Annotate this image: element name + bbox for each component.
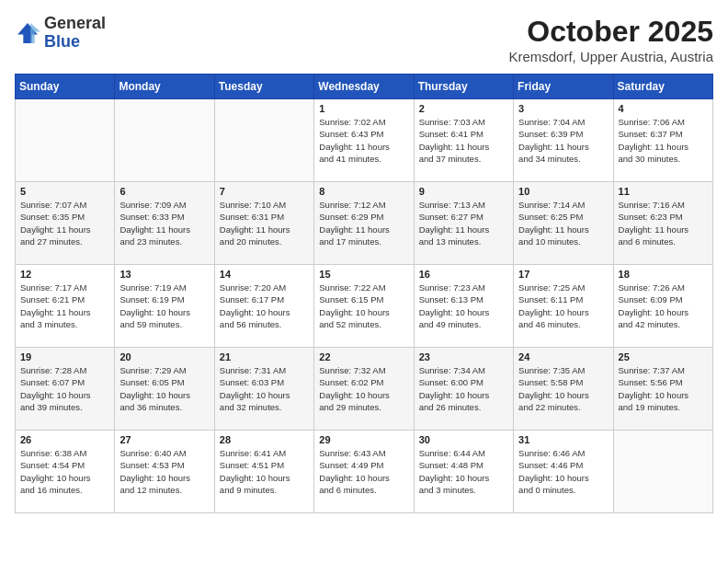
day-number: 17 xyxy=(518,269,608,280)
day-number: 8 xyxy=(319,186,408,197)
day-info: Sunrise: 7:34 AM Sunset: 6:00 PM Dayligh… xyxy=(419,364,508,413)
day-info: Sunrise: 7:35 AM Sunset: 5:58 PM Dayligh… xyxy=(518,364,608,413)
day-info: Sunrise: 7:13 AM Sunset: 6:27 PM Dayligh… xyxy=(419,199,508,247)
table-row: 8Sunrise: 7:12 AM Sunset: 6:29 PM Daylig… xyxy=(314,182,414,265)
table-row: 10Sunrise: 7:14 AM Sunset: 6:25 PM Dayli… xyxy=(514,182,613,265)
logo: General Blue xyxy=(15,15,106,52)
table-row: 19Sunrise: 7:28 AM Sunset: 6:07 PM Dayli… xyxy=(16,348,115,431)
day-number: 4 xyxy=(619,103,708,114)
table-row: 13Sunrise: 7:19 AM Sunset: 6:19 PM Dayli… xyxy=(115,265,214,348)
day-info: Sunrise: 7:32 AM Sunset: 6:02 PM Dayligh… xyxy=(319,364,408,413)
table-row: 16Sunrise: 7:23 AM Sunset: 6:13 PM Dayli… xyxy=(414,265,513,348)
table-row: 29Sunrise: 6:43 AM Sunset: 4:49 PM Dayli… xyxy=(314,431,414,513)
day-info: Sunrise: 7:14 AM Sunset: 6:25 PM Dayligh… xyxy=(518,199,608,247)
day-info: Sunrise: 7:31 AM Sunset: 6:03 PM Dayligh… xyxy=(220,364,309,413)
col-wednesday: Wednesday xyxy=(314,75,414,99)
col-sunday: Sunday xyxy=(16,75,115,99)
col-friday: Friday xyxy=(514,75,613,99)
table-row: 14Sunrise: 7:20 AM Sunset: 6:17 PM Dayli… xyxy=(214,265,313,348)
table-row xyxy=(115,99,214,182)
day-info: Sunrise: 7:25 AM Sunset: 6:11 PM Dayligh… xyxy=(518,282,608,330)
day-number: 24 xyxy=(518,351,608,362)
calendar-table: Sunday Monday Tuesday Wednesday Thursday… xyxy=(15,74,713,513)
day-info: Sunrise: 7:37 AM Sunset: 5:56 PM Dayligh… xyxy=(619,364,708,413)
day-info: Sunrise: 6:44 AM Sunset: 4:48 PM Dayligh… xyxy=(419,447,508,496)
day-info: Sunrise: 6:38 AM Sunset: 4:54 PM Dayligh… xyxy=(20,447,109,496)
day-info: Sunrise: 7:07 AM Sunset: 6:35 PM Dayligh… xyxy=(20,199,109,247)
calendar-week-1: 1Sunrise: 7:02 AM Sunset: 6:43 PM Daylig… xyxy=(16,99,713,182)
title-area: October 2025 Kremsdorf, Upper Austria, A… xyxy=(508,15,713,64)
col-tuesday: Tuesday xyxy=(214,75,313,99)
logo-general-text: General xyxy=(44,14,106,32)
day-info: Sunrise: 7:26 AM Sunset: 6:09 PM Dayligh… xyxy=(619,282,708,330)
table-row: 7Sunrise: 7:10 AM Sunset: 6:31 PM Daylig… xyxy=(214,182,313,265)
table-row: 2Sunrise: 7:03 AM Sunset: 6:41 PM Daylig… xyxy=(414,99,513,182)
table-row: 25Sunrise: 7:37 AM Sunset: 5:56 PM Dayli… xyxy=(613,348,712,431)
table-row: 26Sunrise: 6:38 AM Sunset: 4:54 PM Dayli… xyxy=(16,431,115,513)
day-number: 10 xyxy=(518,186,608,197)
day-number: 28 xyxy=(220,434,309,445)
table-row: 30Sunrise: 6:44 AM Sunset: 4:48 PM Dayli… xyxy=(414,431,513,513)
table-row xyxy=(16,99,115,182)
day-number: 26 xyxy=(20,434,109,445)
day-info: Sunrise: 6:40 AM Sunset: 4:53 PM Dayligh… xyxy=(119,447,209,496)
table-row: 6Sunrise: 7:09 AM Sunset: 6:33 PM Daylig… xyxy=(115,182,214,265)
month-title: October 2025 xyxy=(508,15,713,49)
day-info: Sunrise: 6:46 AM Sunset: 4:46 PM Dayligh… xyxy=(518,447,608,496)
day-info: Sunrise: 7:22 AM Sunset: 6:15 PM Dayligh… xyxy=(319,282,408,330)
logo-icon xyxy=(15,20,40,46)
day-number: 7 xyxy=(220,186,309,197)
day-info: Sunrise: 7:10 AM Sunset: 6:31 PM Dayligh… xyxy=(220,199,309,247)
calendar-week-2: 5Sunrise: 7:07 AM Sunset: 6:35 PM Daylig… xyxy=(16,182,713,265)
location-title: Kremsdorf, Upper Austria, Austria xyxy=(508,49,713,64)
day-number: 5 xyxy=(20,186,109,197)
day-info: Sunrise: 7:17 AM Sunset: 6:21 PM Dayligh… xyxy=(20,282,109,330)
calendar-week-4: 19Sunrise: 7:28 AM Sunset: 6:07 PM Dayli… xyxy=(16,348,713,431)
col-thursday: Thursday xyxy=(414,75,513,99)
calendar-week-3: 12Sunrise: 7:17 AM Sunset: 6:21 PM Dayli… xyxy=(16,265,713,348)
day-info: Sunrise: 6:43 AM Sunset: 4:49 PM Dayligh… xyxy=(319,447,408,496)
day-number: 29 xyxy=(319,434,408,445)
table-row: 5Sunrise: 7:07 AM Sunset: 6:35 PM Daylig… xyxy=(16,182,115,265)
table-row: 9Sunrise: 7:13 AM Sunset: 6:27 PM Daylig… xyxy=(414,182,513,265)
day-info: Sunrise: 7:03 AM Sunset: 6:41 PM Dayligh… xyxy=(419,116,508,165)
day-number: 20 xyxy=(119,351,209,362)
table-row: 11Sunrise: 7:16 AM Sunset: 6:23 PM Dayli… xyxy=(613,182,712,265)
table-row: 20Sunrise: 7:29 AM Sunset: 6:05 PM Dayli… xyxy=(115,348,214,431)
day-info: Sunrise: 7:04 AM Sunset: 6:39 PM Dayligh… xyxy=(518,116,608,165)
day-info: Sunrise: 7:23 AM Sunset: 6:13 PM Dayligh… xyxy=(419,282,508,330)
table-row: 22Sunrise: 7:32 AM Sunset: 6:02 PM Dayli… xyxy=(314,348,414,431)
day-info: Sunrise: 7:09 AM Sunset: 6:33 PM Dayligh… xyxy=(119,199,209,247)
col-monday: Monday xyxy=(115,75,214,99)
day-info: Sunrise: 7:20 AM Sunset: 6:17 PM Dayligh… xyxy=(220,282,309,330)
day-number: 16 xyxy=(419,269,508,280)
table-row: 21Sunrise: 7:31 AM Sunset: 6:03 PM Dayli… xyxy=(214,348,313,431)
day-number: 2 xyxy=(419,103,508,114)
day-number: 27 xyxy=(119,434,209,445)
table-row: 15Sunrise: 7:22 AM Sunset: 6:15 PM Dayli… xyxy=(314,265,414,348)
table-row: 4Sunrise: 7:06 AM Sunset: 6:37 PM Daylig… xyxy=(613,99,712,182)
day-info: Sunrise: 6:41 AM Sunset: 4:51 PM Dayligh… xyxy=(220,447,309,496)
day-info: Sunrise: 7:19 AM Sunset: 6:19 PM Dayligh… xyxy=(119,282,209,330)
table-row: 12Sunrise: 7:17 AM Sunset: 6:21 PM Dayli… xyxy=(16,265,115,348)
day-info: Sunrise: 7:12 AM Sunset: 6:29 PM Dayligh… xyxy=(319,199,408,247)
day-number: 23 xyxy=(419,351,508,362)
table-row: 1Sunrise: 7:02 AM Sunset: 6:43 PM Daylig… xyxy=(314,99,414,182)
table-row xyxy=(214,99,313,182)
table-row xyxy=(613,431,712,513)
day-number: 18 xyxy=(619,269,708,280)
header: General Blue October 2025 Kremsdorf, Upp… xyxy=(15,15,713,64)
day-number: 9 xyxy=(419,186,508,197)
day-number: 31 xyxy=(518,434,608,445)
table-row: 24Sunrise: 7:35 AM Sunset: 5:58 PM Dayli… xyxy=(514,348,613,431)
day-number: 25 xyxy=(619,351,708,362)
calendar-week-5: 26Sunrise: 6:38 AM Sunset: 4:54 PM Dayli… xyxy=(16,431,713,513)
table-row: 27Sunrise: 6:40 AM Sunset: 4:53 PM Dayli… xyxy=(115,431,214,513)
day-number: 13 xyxy=(119,269,209,280)
day-info: Sunrise: 7:28 AM Sunset: 6:07 PM Dayligh… xyxy=(20,364,109,413)
day-info: Sunrise: 7:16 AM Sunset: 6:23 PM Dayligh… xyxy=(619,199,708,247)
calendar-header-row: Sunday Monday Tuesday Wednesday Thursday… xyxy=(16,75,713,99)
day-number: 21 xyxy=(220,351,309,362)
logo-blue-text: Blue xyxy=(44,32,80,51)
table-row: 31Sunrise: 6:46 AM Sunset: 4:46 PM Dayli… xyxy=(514,431,613,513)
